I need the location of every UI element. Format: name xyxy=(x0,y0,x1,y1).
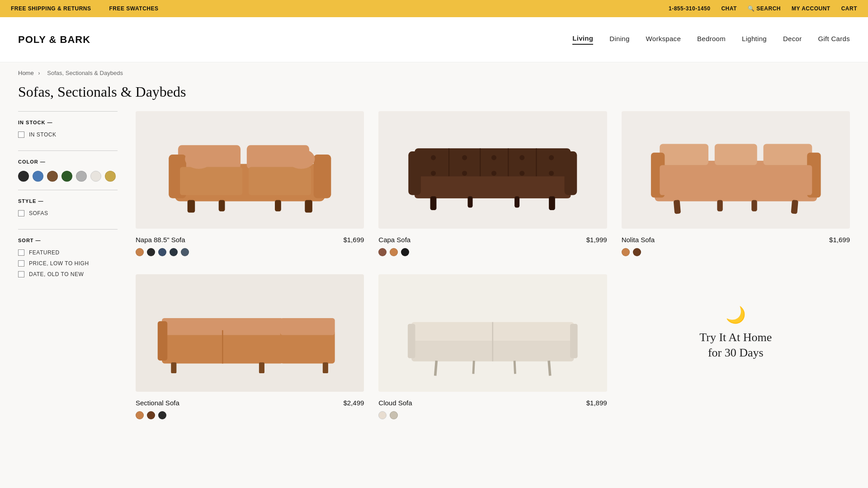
svg-point-19 xyxy=(462,155,467,160)
capa-color-tan[interactable] xyxy=(390,248,398,256)
page-title: Sofas, Sectionals & Daybeds xyxy=(0,80,868,111)
sort-date-option[interactable]: DATE, OLD TO NEW xyxy=(18,271,118,277)
sectional-color-brown[interactable] xyxy=(147,411,155,419)
capa-color-mauve[interactable] xyxy=(378,248,387,256)
sectional-color-black[interactable] xyxy=(158,411,166,419)
product-card-sectional[interactable]: Sectional Sofa $2,499 xyxy=(136,274,364,419)
svg-rect-50 xyxy=(280,330,335,363)
svg-line-63 xyxy=(549,361,550,375)
breadcrumb-separator: › xyxy=(38,70,40,76)
svg-line-65 xyxy=(514,361,515,374)
product-colors-napa xyxy=(136,248,364,256)
svg-rect-34 xyxy=(514,196,519,207)
filter-in-stock: IN STOCK — IN STOCK xyxy=(18,111,118,150)
product-card-napa[interactable]: Napa 88.5" Sofa $1,699 xyxy=(136,111,364,256)
nav-gift-cards[interactable]: Gift Cards xyxy=(818,35,850,44)
svg-rect-44 xyxy=(673,200,680,214)
svg-rect-10 xyxy=(305,200,312,212)
napa-color-navy[interactable] xyxy=(158,248,166,256)
sort-price-option[interactable]: PRICE, LOW TO HIGH xyxy=(18,260,118,267)
svg-rect-38 xyxy=(763,144,812,165)
product-price-napa: $1,699 xyxy=(343,236,364,244)
product-image-cloud xyxy=(378,274,607,392)
svg-rect-6 xyxy=(249,167,311,195)
style-sofas-option[interactable]: SOFAS xyxy=(18,210,118,216)
svg-rect-36 xyxy=(660,144,708,165)
product-price-nolita: $1,699 xyxy=(829,236,850,244)
search-link[interactable]: 🔍 SEARCH xyxy=(748,5,781,12)
svg-rect-31 xyxy=(430,196,437,210)
chat-link[interactable]: CHAT xyxy=(721,5,736,12)
main-header: POLY & BARK Living Dining Workspace Bedr… xyxy=(0,17,868,62)
logo[interactable]: POLY & BARK xyxy=(18,34,90,46)
product-card-cloud[interactable]: Cloud Sofa $1,899 xyxy=(378,274,607,419)
color-swatch-white[interactable] xyxy=(90,171,101,182)
svg-rect-54 xyxy=(259,362,264,373)
in-stock-checkbox[interactable] xyxy=(18,131,24,138)
cloud-color-gray[interactable] xyxy=(390,411,398,419)
svg-rect-41 xyxy=(660,165,708,195)
sectional-color-tan[interactable] xyxy=(136,411,144,419)
announcement-bar: FREE SHIPPING & RETURNS FREE SWATCHES 1-… xyxy=(0,0,868,17)
product-price-capa: $1,999 xyxy=(586,236,607,244)
svg-rect-33 xyxy=(468,196,473,207)
svg-rect-9 xyxy=(188,200,195,212)
nav-dining[interactable]: Dining xyxy=(609,35,629,44)
product-price-cloud: $1,899 xyxy=(586,399,607,407)
filter-color: COLOR — xyxy=(18,150,118,190)
sort-price-label: PRICE, LOW TO HIGH xyxy=(29,260,89,267)
nav-living[interactable]: Living xyxy=(572,34,593,45)
color-swatch-gray[interactable] xyxy=(76,171,87,182)
color-swatch-black[interactable] xyxy=(18,171,29,182)
in-stock-option[interactable]: IN STOCK xyxy=(18,131,118,138)
cart-link[interactable]: CART xyxy=(841,5,857,12)
svg-rect-30 xyxy=(565,151,577,195)
color-swatch-brown[interactable] xyxy=(47,171,58,182)
sort-featured-checkbox[interactable] xyxy=(18,249,24,256)
sort-featured-label: FEATURED xyxy=(29,249,60,256)
svg-point-22 xyxy=(549,155,554,160)
svg-point-21 xyxy=(519,155,524,160)
sort-price-checkbox[interactable] xyxy=(18,260,24,267)
product-image-nolita xyxy=(622,111,850,229)
breadcrumb-home[interactable]: Home xyxy=(18,70,34,76)
breadcrumb-current: Sofas, Sectionals & Daybeds xyxy=(47,70,123,76)
nav-decor[interactable]: Decor xyxy=(783,35,802,44)
svg-point-8 xyxy=(288,149,315,169)
svg-rect-12 xyxy=(275,200,281,211)
svg-rect-45 xyxy=(791,200,798,214)
style-sofas-checkbox[interactable] xyxy=(18,210,24,216)
color-swatch-blue[interactable] xyxy=(33,171,43,182)
napa-color-tan[interactable] xyxy=(136,248,144,256)
account-link[interactable]: MY ACCOUNT xyxy=(792,5,830,12)
sofa-svg-napa xyxy=(153,120,347,220)
product-card-capa[interactable]: Capa Sofa $1,999 xyxy=(378,111,607,256)
product-colors-sectional xyxy=(136,411,364,419)
napa-color-black[interactable] xyxy=(147,248,155,256)
sort-featured-option[interactable]: FEATURED xyxy=(18,249,118,256)
color-swatch-gold[interactable] xyxy=(105,171,116,182)
nav-workspace[interactable]: Workspace xyxy=(646,35,681,44)
product-image-sectional xyxy=(136,274,364,392)
nav-lighting[interactable]: Lighting xyxy=(742,35,767,44)
color-swatch-green[interactable] xyxy=(61,171,72,182)
svg-rect-55 xyxy=(323,362,328,373)
capa-color-black[interactable] xyxy=(401,248,409,256)
product-card-nolita[interactable]: Nolita Sofa $1,699 xyxy=(622,111,850,256)
product-name-sectional: Sectional Sofa xyxy=(136,399,179,407)
cloud-color-cream[interactable] xyxy=(378,411,387,419)
sort-date-checkbox[interactable] xyxy=(18,271,24,277)
nav-bedroom[interactable]: Bedroom xyxy=(697,35,726,44)
sort-date-label: DATE, OLD TO NEW xyxy=(29,271,84,277)
napa-color-dark-navy[interactable] xyxy=(170,248,178,256)
try-at-home-panel[interactable]: 🌙 Try It At Homefor 30 Days xyxy=(622,274,850,392)
napa-color-slate[interactable] xyxy=(181,248,189,256)
nolita-color-brown[interactable] xyxy=(633,248,641,256)
filter-color-title: COLOR — xyxy=(18,159,118,164)
svg-rect-11 xyxy=(219,200,225,211)
svg-point-20 xyxy=(491,155,496,160)
svg-rect-42 xyxy=(714,165,757,195)
sofa-svg-nolita xyxy=(639,120,833,220)
nolita-color-tan[interactable] xyxy=(622,248,630,256)
phone-link[interactable]: 1-855-310-1450 xyxy=(669,5,710,12)
